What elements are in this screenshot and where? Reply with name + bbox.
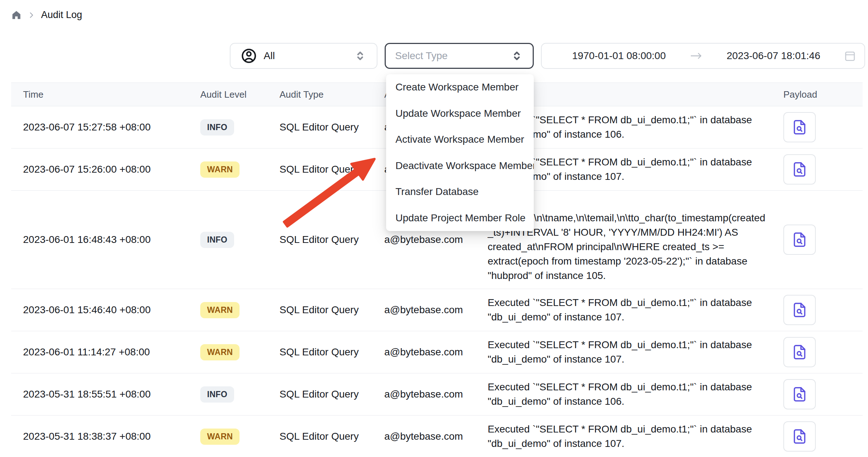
audit-type-cell: SQL Editor Query [279,234,384,245]
payload-cell [783,225,863,255]
audit-type-cell: SQL Editor Query [279,389,384,400]
audit-level-badge: WARN [200,161,279,178]
type-option[interactable]: Deactivate Workspace Member [386,153,534,179]
file-search-icon [791,231,808,248]
actor-filter-select[interactable]: All [230,43,377,69]
view-payload-button[interactable] [783,295,816,325]
file-search-icon [791,344,808,360]
file-search-icon [791,161,808,178]
chevrons-up-down-icon [354,49,367,62]
chevron-right-icon [27,11,35,19]
payload-cell [783,154,863,185]
audit-type-cell: SQL Editor Query [279,431,384,442]
type-filter-select[interactable]: Select Type [385,43,534,69]
comment-cell: Executed `"SELECT * FROM db_ui_demo.t1;"… [488,380,783,409]
type-dropdown: Create Workspace MemberUpdate Workspace … [386,74,534,231]
view-payload-button[interactable] [783,154,816,185]
view-payload-button[interactable] [783,225,816,255]
audit-type-cell: SQL Editor Query [279,121,384,133]
payload-cell [783,295,863,325]
actor-filter-value: All [264,50,347,62]
home-icon[interactable] [11,10,22,20]
audit-level-badge: WARN [200,344,279,360]
table-row: 2023-06-01 15:46:40 +08:00 WARN SQL Edit… [11,289,863,331]
arrow-right-icon [689,50,703,61]
time-cell: 2023-06-07 15:27:58 +08:00 [11,121,200,133]
file-search-icon [791,302,808,318]
breadcrumb: Audit Log [11,9,82,21]
audit-level-badge: WARN [200,429,279,445]
time-cell: 2023-05-31 18:55:51 +08:00 [11,389,200,400]
audit-type-cell: SQL Editor Query [279,304,384,316]
column-header-payload: Payload [783,89,863,100]
audit-log-page: Audit Log All Select Type 1970-01-01 08:… [0,0,868,457]
date-range-end[interactable]: 2023-06-07 18:01:46 [707,50,840,62]
time-cell: 2023-06-07 15:26:00 +08:00 [11,164,200,175]
column-header-audit-level: Audit Level [200,89,279,100]
type-option[interactable]: Update Project Member Role [386,205,534,231]
comment-cell: Executed `"SELECT * FROM db_ui_demo.t1;"… [488,338,783,367]
actor-cell: a@bytebase.com [384,431,488,442]
view-payload-button[interactable] [783,421,816,452]
date-range-picker[interactable]: 1970-01-01 08:00:00 2023-06-07 18:01:46 [541,43,865,69]
actor-cell: a@bytebase.com [384,389,488,400]
type-option[interactable]: Transfer Database [386,179,534,205]
actor-cell: a@bytebase.com [384,304,488,316]
column-header-audit-type: Audit Type [279,89,384,100]
chevrons-up-down-icon [510,49,523,62]
payload-cell [783,421,863,452]
file-search-icon [791,119,808,136]
view-payload-button[interactable] [783,337,816,367]
audit-level-badge: WARN [200,302,279,318]
view-payload-button[interactable] [783,112,816,142]
type-option[interactable]: Create Workspace Member [386,74,534,101]
payload-cell [783,379,863,409]
time-cell: 2023-06-01 11:14:27 +08:00 [11,346,200,358]
table-row: 2023-06-01 11:14:27 +08:00 WARN SQL Edit… [11,331,863,373]
calendar-icon [844,49,856,62]
type-option[interactable]: Update Workspace Member [386,101,534,127]
user-circle-icon [241,48,257,64]
time-cell: 2023-06-01 16:48:43 +08:00 [11,234,200,245]
audit-level-badge: INFO [200,386,279,403]
table-row: 2023-05-31 18:38:37 +08:00 WARN SQL Edit… [11,416,863,457]
file-search-icon [791,386,808,403]
view-payload-button[interactable] [783,379,816,409]
actor-cell: a@bytebase.com [384,346,488,358]
column-header-time: Time [11,89,200,100]
time-cell: 2023-05-31 18:38:37 +08:00 [11,431,200,442]
type-filter-placeholder: Select Type [395,50,510,62]
actor-cell: a@bytebase.com [384,234,488,245]
file-search-icon [791,428,808,445]
audit-type-cell: SQL Editor Query [279,346,384,358]
table-row: 2023-05-31 18:55:51 +08:00 INFO SQL Edit… [11,373,863,416]
comment-cell: Executed `"SELECT * FROM db_ui_demo.t1;"… [488,422,783,451]
time-cell: 2023-06-01 15:46:40 +08:00 [11,304,200,316]
audit-level-badge: INFO [200,119,279,136]
type-option[interactable]: Activate Workspace Member [386,127,534,153]
payload-cell [783,337,863,367]
payload-cell [783,112,863,142]
page-title: Audit Log [41,9,82,21]
audit-type-cell: SQL Editor Query [279,164,384,175]
date-range-start[interactable]: 1970-01-01 08:00:00 [552,50,685,62]
comment-cell: Executed `"SELECT * FROM db_ui_demo.t1;"… [488,296,783,324]
audit-level-badge: INFO [200,232,279,248]
